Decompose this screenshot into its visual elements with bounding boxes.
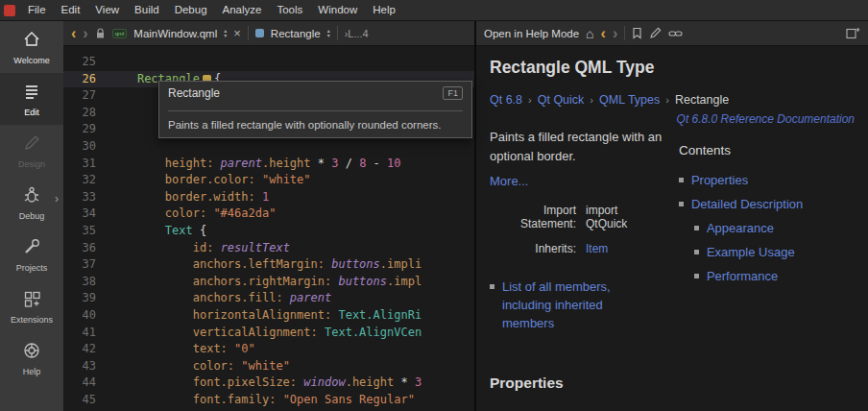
code-text: anchors.leftMargin: buttons.impli — [109, 256, 422, 274]
square-bullet-icon — [490, 284, 494, 289]
bookmark-icon[interactable] — [632, 27, 642, 39]
sidebar-item-extensions[interactable]: Extensions — [0, 280, 63, 332]
code-token — [109, 190, 165, 204]
code-text: color: "#46a2da" — [109, 206, 276, 223]
debug-submenu-arrow-icon[interactable]: › — [55, 192, 59, 206]
code-line[interactable]: 40 horizontalAlignment: Text.AlignRi — [63, 307, 474, 325]
code-line[interactable]: 37 anchors.leftMargin: buttons.impli — [63, 256, 474, 274]
open-document-selector[interactable]: MainWindow.qml — [133, 28, 217, 39]
code-text: verticalAlignment: Text.AlignVCen — [109, 325, 422, 342]
close-document-icon[interactable]: × — [233, 26, 241, 40]
edit-pencil-icon[interactable] — [649, 27, 662, 39]
back-icon[interactable]: ‹ — [71, 26, 76, 41]
all-members-link[interactable]: List of all members, including inherited… — [502, 278, 658, 333]
contents-item: Properties — [679, 172, 855, 189]
design-icon — [22, 133, 41, 157]
split-editor-icon[interactable] — [846, 27, 860, 39]
forward-icon[interactable]: › — [83, 26, 87, 41]
document-dropdown-icon[interactable]: ▴ ▾ — [224, 29, 227, 38]
code-token — [109, 241, 193, 254]
code-line[interactable]: 41 verticalAlignment: Text.AlignVCen — [63, 325, 474, 342]
symbol-selector[interactable]: Rectangle — [271, 28, 321, 39]
code-token — [109, 308, 193, 322]
breadcrumb-separator-icon: › — [665, 94, 669, 106]
code-line[interactable]: 30 — [63, 138, 474, 156]
square-bullet-icon — [679, 202, 684, 206]
code-token: Text — [165, 224, 193, 237]
code-line[interactable]: 43 color: "white" — [63, 358, 474, 375]
spin-down-icon: ▾ — [224, 34, 227, 38]
code-line[interactable]: 33 border.width: 1 — [63, 189, 474, 206]
code-token: anchors.fill: — [193, 291, 283, 304]
code-line[interactable]: 44 font.pixelSize: window.height * 3 — [63, 375, 474, 392]
code-line[interactable]: 45 font.family: "Open Sans Regular" — [63, 392, 474, 409]
sidebar-label: Projects — [16, 263, 48, 273]
code-token: color: — [165, 206, 206, 220]
code-line[interactable]: 35 Text { — [63, 223, 474, 240]
breadcrumb-link[interactable]: Qt Quick — [538, 93, 585, 107]
contents-column: Contents PropertiesDetailed DescriptionA… — [679, 128, 855, 333]
code-token: .impli — [380, 257, 422, 271]
contents-link[interactable]: Performance — [707, 268, 778, 285]
code-line[interactable]: 25 — [63, 54, 474, 71]
code-line[interactable]: 42 text: "0" — [63, 341, 474, 358]
breadcrumb-link[interactable]: Qt 6.8 — [490, 93, 522, 107]
code-line[interactable]: 38 anchors.rightMargin: buttons.impl — [63, 274, 474, 291]
menu-item-analyze[interactable]: Analyze — [215, 0, 270, 20]
help-back-icon[interactable]: ‹ — [601, 26, 606, 41]
code-text: font.family: "Open Sans Regular" — [109, 392, 415, 409]
code-token — [283, 291, 290, 304]
breadcrumb-link[interactable]: QML Types — [599, 93, 660, 107]
sidebar-item-welcome[interactable]: Welcome — [0, 21, 63, 73]
menu-item-help[interactable]: Help — [365, 0, 403, 20]
code-token — [109, 375, 193, 389]
menu-item-debug[interactable]: Debug — [167, 0, 215, 20]
contents-link[interactable]: Example Usage — [707, 244, 795, 261]
code-line[interactable]: 31 height: parent.height * 3 / 8 - 10 — [63, 156, 474, 173]
code-text: horizontalAlignment: Text.AlignRi — [109, 307, 422, 325]
more-link[interactable]: More... — [490, 174, 528, 188]
reference-doc-link[interactable]: Qt 6.8.0 Reference Documentation — [490, 112, 855, 126]
code-token: parent — [221, 157, 262, 170]
cursor-position-indicator[interactable]: ›L...4 — [345, 28, 369, 39]
code-token: / — [338, 157, 359, 170]
code-line[interactable]: 36 id: resultText — [63, 240, 474, 257]
code-token — [213, 157, 220, 170]
tooltip-description: Paints a filled rectangle with optionall… — [168, 119, 463, 131]
contents-link[interactable]: Properties — [691, 172, 748, 189]
menu-item-view[interactable]: View — [87, 0, 127, 20]
tooltip-title: Rectangle — [168, 86, 220, 100]
menu-item-build[interactable]: Build — [127, 0, 167, 20]
sidebar-item-projects[interactable]: Projects — [0, 229, 63, 280]
code-line[interactable]: 32 border.color: "white" — [63, 172, 474, 189]
code-token — [318, 326, 325, 339]
code-token — [109, 206, 165, 220]
app-icon — [4, 5, 15, 16]
help-forward-icon[interactable]: › — [613, 26, 617, 41]
code-token: * — [311, 157, 332, 170]
sidebar-item-design: Design — [0, 125, 63, 177]
help-home-icon[interactable]: ⌂ — [586, 27, 593, 40]
link-icon[interactable] — [668, 29, 683, 38]
symbol-dropdown-icon[interactable]: ▴ ▾ — [327, 29, 330, 38]
sidebar-item-edit[interactable]: Edit — [0, 73, 63, 125]
code-token: { — [193, 224, 206, 237]
contents-link[interactable]: Appearance — [707, 220, 774, 237]
sidebar-item-help[interactable]: Help — [0, 332, 63, 384]
code-line[interactable]: 34 color: "#46a2da" — [63, 206, 474, 223]
menu-item-file[interactable]: File — [20, 0, 54, 20]
code-token — [109, 275, 193, 288]
help-columns: Paints a filled rectangle with an option… — [490, 128, 855, 333]
menu-item-window[interactable]: Window — [310, 0, 365, 20]
menu-item-edit[interactable]: Edit — [54, 0, 88, 20]
inherits-link[interactable]: Item — [586, 242, 608, 255]
sidebar-item-debug[interactable]: › Debug — [0, 177, 63, 229]
open-in-help-mode-button[interactable]: Open in Help Mode — [484, 28, 579, 39]
code-line[interactable]: 39 anchors.fill: parent — [63, 290, 474, 307]
menu-items: FileEditViewBuildDebugAnalyzeToolsWindow… — [20, 0, 403, 20]
contents-link[interactable]: Detailed Description — [691, 196, 803, 213]
menu-item-tools[interactable]: Tools — [269, 0, 310, 20]
line-number: 28 — [63, 105, 109, 122]
code-token: parent — [290, 291, 331, 304]
sidebar-label: Debug — [19, 211, 45, 221]
